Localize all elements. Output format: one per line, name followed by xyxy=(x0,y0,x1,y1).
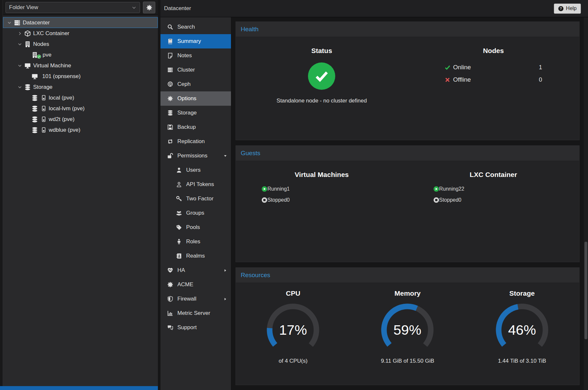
caret-right-icon xyxy=(224,297,227,301)
menu-item-acme[interactable]: ACME xyxy=(160,277,231,292)
menu-item-backup[interactable]: Backup xyxy=(160,120,231,134)
tree-item-label: Virtual Machine xyxy=(33,62,71,69)
menu-item-options[interactable]: Options xyxy=(160,91,231,106)
menu-item-cluster[interactable]: Cluster xyxy=(160,63,231,77)
check-circle-icon xyxy=(308,62,335,90)
menu-item-notes[interactable]: Notes xyxy=(160,48,231,63)
menu-item-pools[interactable]: Pools xyxy=(160,220,231,235)
bottom-accent-bar xyxy=(0,386,158,390)
tree-item-pve[interactable]: pve xyxy=(3,49,158,60)
health-nodes-column: Nodes Online 1 Offline 0 xyxy=(408,37,580,140)
menu-label: Cluster xyxy=(177,67,195,73)
tree-toolbar: Folder View xyxy=(3,0,158,15)
caret-right-icon xyxy=(224,269,227,272)
menu-item-two-factor[interactable]: Two Factor xyxy=(160,192,231,206)
cross-icon xyxy=(445,77,450,83)
floppy-icon xyxy=(167,124,173,130)
tree-item-nodes[interactable]: Nodes xyxy=(3,39,158,49)
menu-item-permissions[interactable]: Permissions xyxy=(160,149,231,163)
key-icon xyxy=(176,196,182,202)
lxc-column: LXC Container Running 22 Stopped 0 xyxy=(408,161,580,262)
check-icon xyxy=(445,65,450,70)
memory-heading: Memory xyxy=(350,289,465,297)
tree-item-label: 101 (opnsense) xyxy=(42,73,81,80)
menu-label: API Tokens xyxy=(186,181,214,188)
tree-item-storage-wdblue[interactable]: wdblue (pve) xyxy=(3,125,158,135)
view-mode-select[interactable]: Folder View xyxy=(6,2,140,13)
tree-item-storage-local[interactable]: local (pve) xyxy=(3,92,158,103)
row-label: Running xyxy=(267,186,287,192)
menu-label: Ceph xyxy=(177,81,191,87)
help-button-label: Help xyxy=(566,6,577,11)
menu-item-storage[interactable]: Storage xyxy=(160,106,231,120)
vm-stopped-row: Stopped 0 xyxy=(262,196,382,204)
tree-item-virtual-machine[interactable]: Virtual Machine xyxy=(3,60,158,71)
drive-icon xyxy=(41,106,46,111)
database-icon xyxy=(32,95,38,101)
help-button[interactable]: ? Help xyxy=(554,4,581,14)
cpu-gauge-column: CPU 17% of 4 CPU(s) xyxy=(236,283,350,385)
tree-item-storage[interactable]: Storage xyxy=(3,82,158,92)
section-menu: Search Summary Notes Cluster Ceph Option… xyxy=(160,17,231,390)
chevron-down-icon[interactable] xyxy=(18,85,22,89)
menu-item-firewall[interactable]: Firewall xyxy=(160,292,231,306)
chevron-down-icon[interactable] xyxy=(18,63,22,68)
menu-item-realms[interactable]: Realms xyxy=(160,249,231,263)
menu-item-search[interactable]: Search xyxy=(160,20,231,34)
status-heading: Status xyxy=(236,47,408,55)
tree-item-lxc-container[interactable]: LXC Container xyxy=(3,28,158,39)
menu-item-ceph[interactable]: Ceph xyxy=(160,77,231,91)
chevron-down-icon[interactable] xyxy=(18,42,22,47)
tree-item-vm-101[interactable]: 101 (opnsense) xyxy=(3,71,158,82)
tree-item-datacenter[interactable]: Datacenter xyxy=(3,17,158,28)
menu-item-roles[interactable]: Roles xyxy=(160,235,231,249)
summary-content: Health Status Standalone node - no clust… xyxy=(231,17,588,390)
scrollbar-thumb[interactable] xyxy=(584,242,587,339)
chevron-down-icon[interactable] xyxy=(7,20,12,25)
tree-item-label: local (pve) xyxy=(49,95,74,101)
comments-icon xyxy=(167,325,173,330)
cube-icon xyxy=(24,30,31,37)
health-panel-title: Health xyxy=(241,26,259,33)
vm-heading: Virtual Machines xyxy=(236,171,408,179)
menu-item-metric-server[interactable]: Metric Server xyxy=(160,306,231,320)
datacenter-icon xyxy=(14,20,20,26)
stop-circle-icon xyxy=(433,197,439,203)
nodes-online-row: Online 1 xyxy=(445,64,542,71)
play-circle-icon xyxy=(433,186,439,192)
nodes-offline-row: Offline 0 xyxy=(445,76,542,83)
search-icon xyxy=(167,24,173,30)
tree-item-storage-local-lvm[interactable]: local-lvm (pve) xyxy=(3,103,158,114)
tree-settings-button[interactable] xyxy=(143,2,155,13)
tree-item-label: Nodes xyxy=(33,41,49,47)
memory-gauge-subtext: 9.11 GiB of 15.50 GiB xyxy=(350,358,465,364)
note-icon xyxy=(167,53,173,59)
content-scrollbar[interactable] xyxy=(584,17,588,390)
menu-label: Pools xyxy=(186,224,200,231)
menu-label: Permissions xyxy=(177,153,208,159)
user-outline-icon xyxy=(176,182,182,187)
question-circle-icon: ? xyxy=(558,6,564,11)
menu-label: Firewall xyxy=(177,296,197,302)
database-icon xyxy=(32,105,38,112)
menu-item-api-tokens[interactable]: API Tokens xyxy=(160,177,231,192)
chevron-right-icon[interactable] xyxy=(18,31,22,36)
health-panel: Health Status Standalone node - no clust… xyxy=(236,21,580,140)
menu-item-ha[interactable]: HA xyxy=(160,263,231,277)
gear-icon xyxy=(146,5,152,11)
menu-item-replication[interactable]: Replication xyxy=(160,134,231,149)
lxc-heading: LXC Container xyxy=(408,171,580,179)
menu-item-users[interactable]: Users xyxy=(160,163,231,177)
menu-item-groups[interactable]: Groups xyxy=(160,206,231,220)
menu-item-support[interactable]: Support xyxy=(160,320,231,335)
chevron-down-icon xyxy=(132,5,136,10)
menu-label: Users xyxy=(186,167,200,173)
tree-item-label: LXC Container xyxy=(33,30,70,37)
row-value: 1 xyxy=(287,186,290,192)
menu-item-summary[interactable]: Summary xyxy=(160,34,231,48)
memory-gauge: 59% xyxy=(350,301,465,356)
tree-item-storage-wd2t[interactable]: wd2t (pve) xyxy=(3,114,158,125)
row-label: Running xyxy=(439,186,459,192)
vm-column: Virtual Machines Running 1 Stopped 0 xyxy=(236,161,408,262)
storage-gauge-subtext: 1.44 TiB of 3.10 TiB xyxy=(465,358,579,364)
